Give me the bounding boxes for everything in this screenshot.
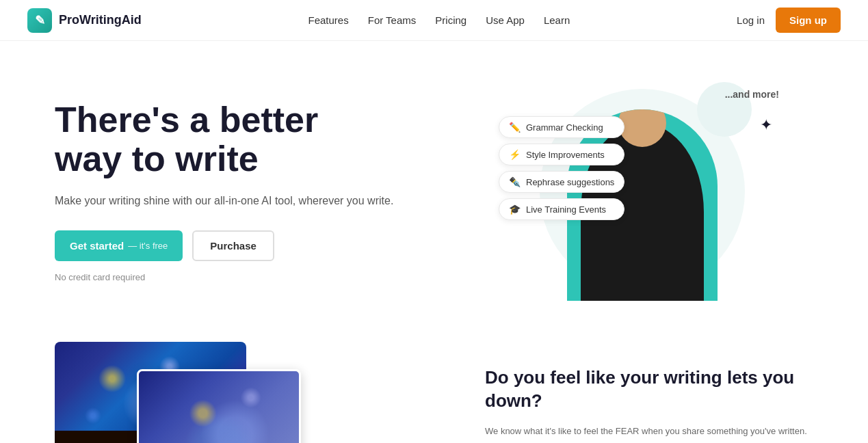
nav-actions: Log in Sign up — [737, 8, 841, 33]
logo-text: ProWritingAid — [59, 13, 142, 27]
pill-grammar: ✏️ Grammar Checking — [499, 116, 624, 138]
nav-features[interactable]: Features — [308, 14, 349, 26]
nav-use-app[interactable]: Use App — [486, 14, 525, 26]
hero-content: There's a better way to write Make your … — [55, 100, 410, 282]
sparkle-icon: ✦ — [760, 116, 772, 134]
pill-rephrase: ✒️ Rephrase suggestions — [499, 171, 624, 193]
pill-training: 🎓 Live Training Events — [499, 198, 624, 220]
nav-for-teams[interactable]: For Teams — [368, 14, 417, 26]
section-two-text: We know what it's like to feel the FEAR … — [485, 424, 813, 443]
painting-front: My idea in my head — [137, 369, 301, 443]
hero-section: There's a better way to write Make your … — [0, 41, 868, 328]
feature-pills: ✏️ Grammar Checking ⚡ Style Improvements… — [499, 116, 624, 220]
section-two: My idea in my head Do you feel like your… — [0, 328, 868, 443]
pill-style: ⚡ Style Improvements — [499, 144, 624, 165]
grad-icon: 🎓 — [509, 204, 521, 215]
logo-link[interactable]: ✎ ProWritingAid — [27, 8, 142, 33]
no-credit-text: No credit card required — [55, 272, 410, 282]
and-more-label: ...and more! — [725, 89, 779, 100]
nav-links: Features For Teams Pricing Use App Learn — [308, 14, 570, 27]
hero-illustration: ✏️ Grammar Checking ⚡ Style Improvements… — [471, 82, 813, 301]
hero-subtitle: Make your writing shine with our all-in-… — [55, 192, 410, 210]
signup-button[interactable]: Sign up — [776, 8, 841, 33]
nav-learn[interactable]: Learn — [544, 14, 570, 26]
quill-icon: ✒️ — [509, 176, 521, 187]
painting-stack: My idea in my head — [55, 342, 301, 443]
purchase-button[interactable]: Purchase — [192, 230, 274, 261]
illustration-container: ✏️ Grammar Checking ⚡ Style Improvements… — [499, 82, 786, 301]
hero-buttons: Get started — it's free Purchase — [55, 230, 410, 261]
get-started-button[interactable]: Get started — it's free — [55, 230, 183, 261]
login-button[interactable]: Log in — [737, 14, 765, 26]
navbar: ✎ ProWritingAid Features For Teams Prici… — [0, 0, 868, 41]
section-two-content: Do you feel like your writing lets you d… — [485, 366, 813, 443]
section-two-title: Do you feel like your writing lets you d… — [485, 366, 813, 413]
person-head — [618, 109, 666, 147]
nav-pricing[interactable]: Pricing — [435, 14, 466, 26]
logo-icon: ✎ — [27, 8, 52, 33]
bolt-icon: ⚡ — [509, 149, 521, 160]
free-tag: — it's free — [128, 241, 168, 251]
pencil-icon: ✏️ — [509, 122, 521, 133]
hero-title: There's a better way to write — [55, 100, 410, 178]
painting-area: My idea in my head — [55, 342, 342, 443]
